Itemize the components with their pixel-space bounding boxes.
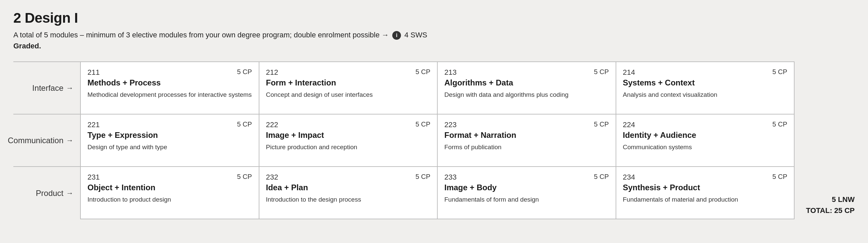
card-title: Idea + Plan (266, 183, 431, 192)
card-description: Methodical development processes for int… (88, 90, 252, 99)
card-number: 232 (266, 173, 278, 182)
subtitle: A total of 5 modules – minimum of 3 elec… (13, 29, 855, 52)
subtitle-pre: A total of 5 modules – minimum of 3 elec… (13, 31, 389, 39)
module-card[interactable]: 221 5 CP Type + Expression Design of typ… (81, 115, 259, 166)
row-label-interface: Interface→ (13, 61, 80, 114)
card-description: Introduction to product design (88, 195, 252, 204)
main-grid: Interface→ 211 5 CP Methods + Process Me… (13, 61, 855, 219)
card-header: 222 5 CP (266, 121, 431, 129)
cards-row-1: 221 5 CP Type + Expression Design of typ… (80, 114, 795, 166)
card-header: 234 5 CP (623, 173, 787, 182)
card-title: Image + Body (444, 183, 609, 192)
card-cp: 5 CP (416, 121, 430, 128)
arrow-icon: → (66, 189, 73, 198)
summary-lnw: 5 LNW (806, 194, 855, 205)
arrow-icon: → (66, 84, 73, 92)
card-header: 213 5 CP (444, 68, 609, 77)
card-description: Picture production and reception (266, 143, 431, 152)
card-number: 214 (623, 68, 635, 77)
summary-total: TOTAL: 25 CP (806, 205, 855, 216)
card-number: 211 (88, 68, 100, 77)
module-card[interactable]: 223 5 CP Format + Narration Forms of pub… (438, 115, 616, 166)
card-cp: 5 CP (594, 173, 609, 181)
card-title: Synthesis + Product (623, 183, 787, 192)
card-cp: 5 CP (416, 68, 430, 76)
card-title: Systems + Context (623, 78, 787, 88)
card-cp: 5 CP (594, 68, 609, 76)
info-icon: i (392, 31, 401, 40)
card-description: Introduction to the design process (266, 195, 431, 204)
card-cp: 5 CP (416, 173, 430, 181)
card-title: Image + Impact (266, 130, 431, 140)
card-title: Type + Expression (88, 130, 252, 140)
summary-cell: 5 LNW TOTAL: 25 CP (795, 61, 855, 219)
card-description: Design of type and with type (88, 143, 252, 152)
cards-row-0: 211 5 CP Methods + Process Methodical de… (80, 61, 795, 114)
card-header: 214 5 CP (623, 68, 787, 77)
card-header: 223 5 CP (444, 121, 609, 129)
subtitle-sws: 4 SWS (404, 31, 427, 39)
module-card[interactable]: 214 5 CP Systems + Context Analysis and … (616, 62, 795, 114)
card-header: 221 5 CP (88, 121, 252, 129)
card-description: Design with data and algorithms plus cod… (444, 90, 609, 99)
card-number: 223 (444, 121, 457, 129)
card-title: Form + Interaction (266, 78, 431, 88)
row-label-product: Product→ (13, 166, 80, 219)
card-description: Fundamentals of form and design (444, 195, 609, 204)
page-title: 2 Design I (13, 10, 855, 26)
row-label-text: Product (36, 189, 63, 198)
card-number: 222 (266, 121, 278, 129)
module-card[interactable]: 213 5 CP Algorithms + Data Design with d… (438, 62, 616, 114)
module-card[interactable]: 222 5 CP Image + Impact Picture producti… (259, 115, 438, 166)
card-header: 212 5 CP (266, 68, 431, 77)
card-header: 232 5 CP (266, 173, 431, 182)
card-title: Identity + Audience (623, 130, 787, 140)
row-label-text: Interface (32, 84, 63, 93)
card-description: Communication systems (623, 143, 787, 152)
card-number: 212 (266, 68, 278, 77)
module-card[interactable]: 231 5 CP Object + Intention Introduction… (81, 167, 259, 219)
module-card[interactable]: 211 5 CP Methods + Process Methodical de… (81, 62, 259, 114)
arrow-icon: → (66, 136, 73, 145)
card-title: Format + Narration (444, 130, 609, 140)
card-description: Analysis and context visualization (623, 90, 787, 99)
card-cp: 5 CP (237, 173, 252, 181)
card-description: Fundamentals of material and production (623, 195, 787, 204)
card-description: Concept and design of user interfaces (266, 90, 431, 99)
card-number: 234 (623, 173, 635, 182)
card-description: Forms of publication (444, 143, 609, 152)
card-number: 224 (623, 121, 635, 129)
card-cp: 5 CP (773, 68, 787, 76)
row-label-communication: Communication→ (13, 114, 80, 166)
card-header: 211 5 CP (88, 68, 252, 77)
card-header: 224 5 CP (623, 121, 787, 129)
card-number: 233 (444, 173, 457, 182)
card-title: Algorithms + Data (444, 78, 609, 88)
subtitle-graded: Graded. (13, 42, 41, 50)
module-card[interactable]: 224 5 CP Identity + Audience Communicati… (616, 115, 795, 166)
module-card[interactable]: 233 5 CP Image + Body Fundamentals of fo… (438, 167, 616, 219)
card-header: 231 5 CP (88, 173, 252, 182)
card-title: Object + Intention (88, 183, 252, 192)
card-number: 231 (88, 173, 100, 182)
card-number: 213 (444, 68, 457, 77)
module-card[interactable]: 232 5 CP Idea + Plan Introduction to the… (259, 167, 438, 219)
card-cp: 5 CP (237, 121, 252, 128)
card-cp: 5 CP (594, 121, 609, 128)
module-card[interactable]: 212 5 CP Form + Interaction Concept and … (259, 62, 438, 114)
card-cp: 5 CP (237, 68, 252, 76)
row-label-text: Communication (8, 136, 63, 145)
module-card[interactable]: 234 5 CP Synthesis + Product Fundamental… (616, 167, 795, 219)
card-title: Methods + Process (88, 78, 252, 88)
card-cp: 5 CP (773, 173, 787, 181)
cards-row-2: 231 5 CP Object + Intention Introduction… (80, 166, 795, 219)
card-header: 233 5 CP (444, 173, 609, 182)
card-number: 221 (88, 121, 100, 129)
card-cp: 5 CP (773, 121, 787, 128)
